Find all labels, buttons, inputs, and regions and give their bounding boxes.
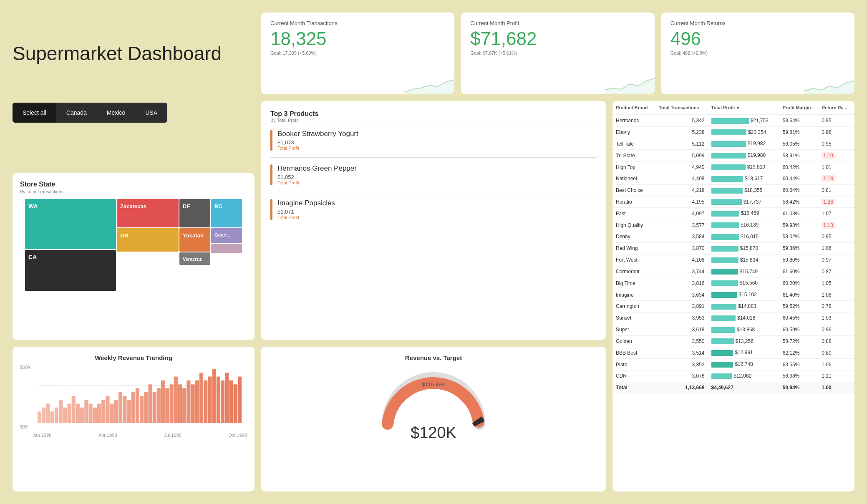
brand-return: 1.01 — [818, 161, 854, 173]
treemap: WA Zacatecas DF BC CA OR Yucatan Guerr..… — [20, 199, 247, 291]
filter-select-all[interactable]: Select all — [13, 103, 56, 123]
brand-table: Product Brand Total Transactions Total P… — [612, 101, 854, 393]
brand-profit: $16,139 — [708, 219, 779, 231]
kpi-profit-value: $71,682 — [470, 29, 645, 49]
product-item-0: Booker Strawberry Yogurt $1,073 Total Pr… — [270, 123, 597, 157]
product-bar-2 — [270, 199, 272, 220]
brand-name: Fort West — [612, 254, 655, 266]
bar-44 — [225, 373, 229, 423]
weekly-revenue-title: Weekly Revenue Trending — [20, 354, 247, 361]
brand-name: CDR — [612, 370, 655, 382]
brand-margin: 59.81% — [779, 126, 819, 138]
brand-transactions: 3,584 — [655, 231, 708, 243]
brand-name: Golden — [612, 335, 655, 347]
revenue-target-panel: Revenue vs. Target $119.48K $120K — [261, 347, 606, 491]
table-row: Fast 4,097 $16,469 61.03% 1.07 — [612, 208, 854, 219]
table-row: Ebony 5,238 $20,354 59.81% 0.96 — [612, 126, 854, 138]
bar-32 — [174, 377, 178, 423]
bar-3 — [50, 411, 54, 423]
bar-39 — [204, 381, 207, 423]
svg-text:Veracruz: Veracruz — [183, 257, 202, 262]
product-label-1: Total Profit — [277, 180, 357, 185]
svg-marker-2 — [804, 81, 854, 94]
brand-profit: $12,748 — [708, 359, 779, 370]
brand-transactions: 4,408 — [655, 173, 708, 184]
brand-profit: $14,883 — [708, 301, 779, 312]
brand-profit: $19,982 — [708, 138, 779, 150]
table-row: Tell Tale 5,112 $19,982 58.05% 0.95 — [612, 138, 854, 150]
bar-12 — [89, 404, 93, 423]
brand-return: 1.07 — [818, 208, 854, 219]
brand-profit: $20,354 — [708, 126, 779, 138]
bar-14 — [97, 404, 101, 423]
kpi-row: Current Month Transactions 18,325 Goal: … — [261, 13, 854, 94]
filter-mexico[interactable]: Mexico — [97, 103, 135, 123]
brand-transactions: 4,108 — [655, 254, 708, 266]
brand-margin: 61.60% — [779, 266, 819, 277]
table-row: Super 3,618 $13,868 60.59% 0.96 — [612, 324, 854, 335]
brand-name: Hermanos — [612, 115, 655, 126]
brand-margin: 58.42% — [779, 196, 819, 208]
table-row: Sunset 3,953 $14,018 60.45% 1.03 — [612, 312, 854, 324]
brand-profit: $17,737 — [708, 196, 779, 208]
brand-name: Tri-State — [612, 150, 655, 161]
brand-margin: 58.64% — [779, 115, 819, 126]
bar-18 — [114, 400, 118, 423]
brand-transactions: 4,940 — [655, 161, 708, 173]
kpi-profit-goal: Goal: 67.87K (+5.61%) — [470, 50, 645, 55]
bar-24 — [140, 396, 144, 423]
brand-return: 0.95 — [818, 231, 854, 243]
table-row: Hermanos 5,342 $21,753 58.64% 0.95 — [612, 115, 854, 126]
y-label-50k: $50K — [20, 365, 31, 370]
store-state-subtitle: By Total Transactions — [20, 189, 247, 194]
brand-return: 1.03 — [818, 312, 854, 324]
brand-transactions: 3,577 — [655, 219, 708, 231]
brand-transactions: 3,618 — [655, 324, 708, 335]
table-row: Imagine 3,634 $15,102 61.40% 1.06 — [612, 289, 854, 301]
brand-return: 0.87 — [818, 266, 854, 277]
bar-20 — [123, 396, 126, 423]
product-value-2: $1,071 — [277, 209, 335, 215]
bar-7 — [67, 404, 71, 423]
brand-profit: $15,834 — [708, 254, 779, 266]
brand-margin: 58.91% — [779, 150, 819, 161]
table-row: High Quality 3,577 $16,139 59.98% 1.13 — [612, 219, 854, 231]
bar-30 — [165, 388, 169, 423]
table-row: High Top 4,940 $19,810 60.42% 1.01 — [612, 161, 854, 173]
table-row: Horatio 4,195 $17,737 58.42% 1.26 — [612, 196, 854, 208]
svg-rect-11 — [25, 250, 116, 291]
brand-return: 0.88 — [818, 335, 854, 347]
brand-transactions: 3,352 — [655, 359, 708, 370]
table-row: Best Choice 4,218 $18,355 60.64% 0.81 — [612, 184, 854, 196]
bar-9 — [76, 404, 80, 423]
product-item-1: Hermanos Green Pepper $1,052 Total Profi… — [270, 157, 597, 192]
brand-transactions: 3,953 — [655, 312, 708, 324]
bar-22 — [131, 392, 135, 423]
brand-return: 1.18 — [818, 173, 854, 184]
brand-return: 0.80 — [818, 347, 854, 359]
svg-text:$119.48K: $119.48K — [422, 381, 445, 388]
bar-13 — [93, 408, 97, 423]
product-name-2: Imagine Popsicles — [277, 199, 335, 207]
col-margin: Profit Margin — [779, 101, 819, 115]
brand-name: Cormorant — [612, 266, 655, 277]
svg-rect-3 — [25, 199, 116, 249]
svg-text:Zacatecas: Zacatecas — [120, 203, 146, 209]
brand-profit: $12,991 — [708, 347, 779, 359]
brand-margin: 60.64% — [779, 184, 819, 196]
bar-37 — [195, 381, 199, 423]
svg-marker-0 — [404, 80, 454, 94]
brand-name: Tell Tale — [612, 138, 655, 150]
x-label-oct: Oct 1998 — [228, 433, 247, 438]
brand-return: 0.96 — [818, 126, 854, 138]
brand-profit: $19,980 — [708, 150, 779, 161]
brand-return: 1.11 — [818, 370, 854, 382]
filter-usa[interactable]: USA — [135, 103, 167, 123]
svg-text:Yucatan: Yucatan — [183, 232, 204, 239]
svg-rect-21 — [211, 244, 242, 253]
bar-11 — [84, 400, 88, 423]
filter-canada[interactable]: Canada — [56, 103, 97, 123]
bar-28 — [157, 388, 161, 423]
brand-margin: 60.45% — [779, 312, 819, 324]
dashboard-title: Supermarket Dashboard — [13, 42, 222, 65]
